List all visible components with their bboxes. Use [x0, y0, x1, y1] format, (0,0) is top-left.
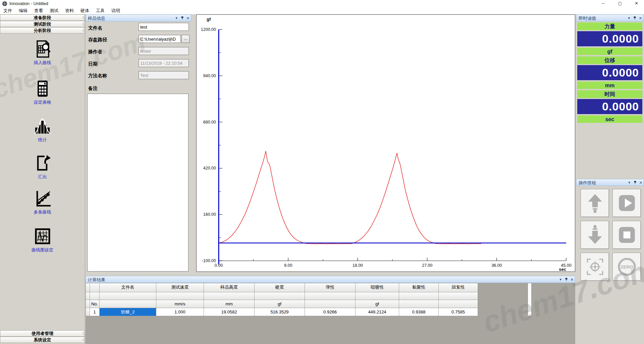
x-tick-label: 36.00	[491, 263, 502, 268]
stage-button-1[interactable]: 准备阶段⁞	[0, 14, 85, 21]
column-header: 回复性	[438, 283, 478, 292]
menu-item-1[interactable]: 文件	[0, 7, 15, 14]
force-time-chart: -100.00160.00420.00680.00940.001200.000.…	[197, 15, 575, 272]
pin-icon[interactable]	[181, 16, 184, 20]
results-panel: 计算结果 ▼✕ 文件名测试速度样品高度硬度弹性咀嚼性黏聚性回复性No.mm/sm…	[86, 276, 575, 344]
field-label-5: 方法名称	[88, 73, 107, 79]
pin-icon[interactable]	[634, 181, 637, 185]
position-target-button[interactable]	[581, 253, 609, 281]
grip-icon: ⁞	[83, 337, 84, 343]
remark-textarea[interactable]	[87, 94, 189, 272]
pin-icon[interactable]	[633, 16, 636, 20]
panel-header-icons: ▼✕	[172, 16, 190, 20]
title-bar: Innovation - Untitled ─ ▢ ✕	[0, 0, 644, 7]
close-icon[interactable]: ✕	[186, 16, 190, 20]
sidebar-tool-set-table[interactable]: 设定表格	[0, 79, 85, 105]
svg-text:ZERO: ZERO	[621, 264, 633, 269]
empty-header-cell	[156, 292, 204, 300]
up-arrow-icon	[585, 193, 605, 213]
panel-header-icons: ▼✕	[556, 277, 574, 282]
unit-cell	[438, 300, 478, 308]
close-icon[interactable]: ✕	[639, 16, 642, 20]
sidebar-tool-multi-curve[interactable]: 多条曲线	[0, 189, 85, 215]
reading-name-gf: 力量	[577, 22, 642, 30]
app-window: Innovation - Untitled ─ ▢ ✕ 文件编辑查看测试资料硬体…	[0, 0, 644, 344]
insert-curve-icon	[33, 40, 52, 58]
y-tick-label: -100.00	[202, 258, 216, 263]
maximize-button[interactable]: ▢	[612, 0, 628, 7]
field-input-3	[139, 47, 189, 55]
tool-label: 设定表格	[0, 99, 85, 105]
close-button[interactable]: ✕	[629, 0, 644, 7]
reading-unit-sec: sec	[577, 115, 642, 123]
menu-item-7[interactable]: 工具	[93, 7, 108, 14]
panel-header-icons: ▼✕	[625, 180, 642, 185]
field-label-6: 备注	[88, 86, 98, 92]
menu-item-3[interactable]: 查看	[31, 7, 46, 14]
chevron-down-icon[interactable]: ▼	[628, 16, 631, 20]
sidebar-tool-statistics[interactable]: 统计	[0, 117, 85, 143]
y-tick-label: 420.00	[203, 166, 216, 170]
empty-header-cell	[355, 292, 399, 300]
unit-cell: gf	[355, 300, 399, 308]
empty-header-cell	[254, 292, 305, 300]
y-tick-label: 160.00	[203, 212, 216, 217]
result-value-cell[interactable]: 516.3529	[254, 308, 305, 316]
curve-settings-icon	[33, 227, 52, 246]
result-value-cell[interactable]: 19.0582	[204, 308, 255, 316]
unit-cell: mm	[204, 300, 255, 308]
app-icon	[2, 1, 7, 6]
panel-title: 即时读值	[579, 15, 596, 21]
stop-button[interactable]	[612, 221, 641, 249]
no-column-header	[90, 283, 100, 292]
sidebar-tool-insert-curve[interactable]: 插入曲线	[0, 40, 85, 66]
column-header: 咀嚼性	[355, 283, 399, 292]
reading-unit-mm: mm	[577, 82, 642, 89]
zero-button[interactable]: ZERO	[612, 253, 641, 281]
result-value-cell[interactable]: 1.000	[156, 308, 204, 316]
file-name-cell[interactable]: 软糖_2	[99, 308, 156, 316]
sidebar-tool-curve-settings[interactable]: 曲线图设定	[0, 227, 85, 253]
minimize-button[interactable]: ─	[596, 0, 611, 7]
stage-button-2[interactable]: 测试阶段⁞	[0, 21, 85, 27]
menu-item-8[interactable]: 说明	[108, 7, 123, 14]
live-readings-header: 即时读值 ▼✕	[576, 14, 644, 21]
start-button[interactable]	[612, 189, 641, 217]
sidebar-bottom-button-2[interactable]: 系统设定⁞	[0, 337, 85, 343]
menu-item-6[interactable]: 硬体	[77, 7, 93, 14]
pin-icon[interactable]	[565, 278, 568, 282]
menu-item-5[interactable]: 资料	[62, 7, 77, 14]
no-label-cell: No.	[90, 300, 100, 308]
menu-item-4[interactable]: 测试	[46, 7, 62, 14]
jog-up-button[interactable]	[581, 189, 609, 217]
row-number-cell[interactable]: 1	[90, 308, 100, 316]
stage-button-3[interactable]: 分析阶段⁞	[0, 27, 85, 34]
close-icon[interactable]: ✕	[571, 277, 574, 282]
set-table-icon	[33, 79, 52, 98]
field-label-2: 存盘路径	[88, 37, 107, 43]
window-controls: ─ ▢ ✕	[596, 0, 644, 7]
unit-cell	[99, 300, 156, 308]
y-tick-label: 680.00	[203, 120, 216, 125]
sidebar-bottom-button-1[interactable]: 使用者管理⁞	[0, 330, 85, 337]
result-value-cell[interactable]: 0.9266	[305, 308, 356, 316]
sidebar-tool-export[interactable]: 汇出	[0, 154, 85, 180]
result-value-cell[interactable]: 449.2124	[355, 308, 399, 316]
jog-down-button[interactable]	[581, 221, 609, 249]
field-input-1[interactable]	[139, 23, 189, 31]
field-input-2[interactable]	[139, 35, 181, 43]
chevron-down-icon[interactable]: ▼	[175, 16, 178, 20]
column-header: 黏聚性	[399, 283, 439, 292]
result-value-cell[interactable]: 0.9388	[399, 308, 439, 316]
live-readings-panel: 即时读值 ▼✕ 力量0.0000gf位移0.0000mm时间0.0000sec	[576, 14, 644, 125]
menu-item-2[interactable]: 编辑	[15, 7, 31, 14]
sidebar: 准备阶段⁞测试阶段⁞分析阶段⁞ 插入曲线 设定表格 统计 汇出	[0, 14, 85, 344]
browse-button[interactable]: ...	[181, 35, 190, 43]
result-value-cell[interactable]: 0.7585	[438, 308, 478, 316]
tool-label: 曲线图设定	[0, 247, 85, 253]
field-label-3: 操作者	[88, 49, 102, 55]
close-icon[interactable]: ✕	[639, 180, 642, 185]
chevron-down-icon[interactable]: ▼	[559, 277, 562, 282]
chevron-down-icon[interactable]: ▼	[628, 180, 631, 185]
force-curve	[220, 151, 481, 244]
